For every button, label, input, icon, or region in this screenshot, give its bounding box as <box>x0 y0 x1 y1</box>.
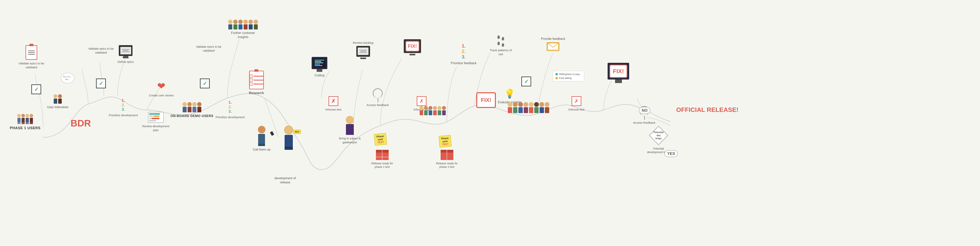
review-backlog-node: Review backlog <box>353 39 373 57</box>
inhouse-3-label: Inhouse test <box>568 108 584 112</box>
check-1: ✓ <box>34 86 38 93</box>
presenter-person: BDJ <box>284 126 293 150</box>
pf-num-1: 1. <box>462 43 466 49</box>
diamond-node: Potentialdevloops Potential development … <box>647 126 670 154</box>
onboard-node: ON-BOARD DEMO USERS <box>170 102 213 118</box>
lightbulb-icon: 💡 <box>504 88 515 99</box>
footprint-2 <box>502 37 504 40</box>
expert-head <box>346 116 354 124</box>
check-line-1 <box>253 76 263 77</box>
phase-tag-2-node: Phase user TEST <box>439 136 451 147</box>
checkbox-3-node: ✓ <box>200 78 210 88</box>
check-item-1: ✓ <box>250 75 263 78</box>
official-release-node: OFFICIAL RELEASE! <box>676 106 738 113</box>
fix-monitor-3: FIX! <box>608 63 629 83</box>
heart-node: ❤ Create user stories <box>149 80 174 97</box>
prioritize-feedback-label: Prioritize feedback <box>451 61 477 65</box>
coding-screen <box>313 59 326 67</box>
num-4: 1. <box>229 100 232 105</box>
x-mark-1: ✗ <box>331 98 336 104</box>
fix-box-1: FIX! <box>405 41 420 52</box>
gantt-row-4 <box>149 120 162 121</box>
validate-epics-3-node: Validate epics to be validated <box>196 43 221 53</box>
fix-2-node: FIX! <box>476 92 496 108</box>
phase-tag-1-node: Phase user TEST <box>374 134 387 145</box>
inhouse-checkbox-3: ✗ <box>571 96 581 106</box>
phase1-users-label: PHASE 1 USERS <box>10 126 41 130</box>
footprint-1 <box>498 35 500 39</box>
yes-label-node: YES <box>665 150 678 157</box>
envelope-icon <box>547 42 559 51</box>
monitor-fix-3: FIX! <box>608 63 629 80</box>
fix-box-3: FIX! <box>609 65 627 78</box>
person-8 <box>188 102 192 112</box>
footprint-row-1 <box>498 35 504 40</box>
pf-num-3: 3. <box>462 54 466 60</box>
bdr-label: BDR <box>70 118 91 129</box>
fp-2 <box>233 20 237 29</box>
check-box-2: ✓ <box>250 78 253 81</box>
research-label: Research <box>249 91 264 95</box>
fix-box-2: FIX! <box>476 92 496 108</box>
monitor-coding <box>312 57 327 69</box>
checklist-clipboard: ✓ ✓ ✓ <box>249 71 264 89</box>
num-list-2: 1. 2. 3. <box>229 100 232 114</box>
access-feedback-2-label: Access feedback <box>633 121 655 125</box>
fp-4 <box>243 20 248 29</box>
num-list-feedback: 1. 2. 3. <box>462 43 466 60</box>
sign-text: BDJ <box>293 129 301 134</box>
phase1-users-node: PHASE 1 USERS <box>10 114 41 130</box>
willing-pay-node: Willingness to pay... Fast willing <box>553 71 584 81</box>
monitor-fix-1: FIX! <box>404 39 421 53</box>
inhouse-checkbox-1: ✗ <box>328 96 338 106</box>
person-5 <box>54 94 57 104</box>
track-patterns-label: Track patterns of use <box>488 48 514 56</box>
checkbox-2-node: ✓ <box>96 78 106 88</box>
people-3 <box>508 102 549 113</box>
expert-node: Bring in expert & gatekeeper <box>335 116 364 144</box>
ribbon-v <box>382 149 383 160</box>
validate-epics-3-label: Validate epics to be validated <box>196 45 221 53</box>
person-3 <box>25 114 29 124</box>
p2-5 <box>438 106 441 115</box>
check-item-2: ✓ <box>250 78 263 81</box>
checkbox-1: ✓ <box>31 85 41 94</box>
prioritize-dev-1-label: Prioritize development <box>109 113 138 117</box>
person-10 <box>197 102 202 112</box>
checkbox-2: ✓ <box>96 78 106 88</box>
checklist-container: ✓ ✓ ✓ <box>249 71 264 89</box>
checklist-items: ✓ ✓ ✓ <box>250 75 263 86</box>
presenter-node: BDJ <box>284 126 293 150</box>
envelope-svg <box>547 43 559 50</box>
pg3-6 <box>534 102 539 113</box>
validate-epics-2-label: Validate epics to be validated <box>88 47 114 54</box>
diagram-container: PHASE 1 USERS Validate epics to be valid… <box>0 0 980 246</box>
x-mark-3: ✗ <box>574 98 579 104</box>
official-line1: OFFICIAL RELEASE! <box>676 106 738 113</box>
num-2: 2. <box>122 103 125 107</box>
check-2: ✓ <box>99 80 103 87</box>
footprint-4 <box>502 43 504 47</box>
expert-person <box>346 116 354 135</box>
checkbox-4: ✓ <box>521 77 531 86</box>
inhouse-checkbox-2: ✗ <box>417 96 426 106</box>
caller-legs <box>258 144 265 146</box>
pg3-4 <box>523 102 528 113</box>
fix-3-node: FIX! <box>608 63 629 83</box>
yes-label: YES <box>665 150 678 157</box>
feedback-line-2 <box>644 116 645 120</box>
pf-num-2: 2. <box>462 49 466 54</box>
define-epics-label: Define epics <box>118 60 134 64</box>
pg3-5 <box>529 102 533 113</box>
pg3-2 <box>513 102 518 113</box>
release-gift-1-label: Release ready for phase 1 test <box>369 161 396 169</box>
person-2 <box>21 114 25 124</box>
monitor-screen-2 <box>358 48 369 55</box>
ribbon-h <box>376 157 389 157</box>
phase2-people-node <box>420 106 446 115</box>
pg3-3 <box>518 102 523 113</box>
fp-3 <box>238 20 243 29</box>
further-insights-label: Further customer insights <box>228 31 259 39</box>
dot-1 <box>555 73 558 75</box>
release-gift-2-node: Release ready for phase 2 test <box>433 149 461 169</box>
